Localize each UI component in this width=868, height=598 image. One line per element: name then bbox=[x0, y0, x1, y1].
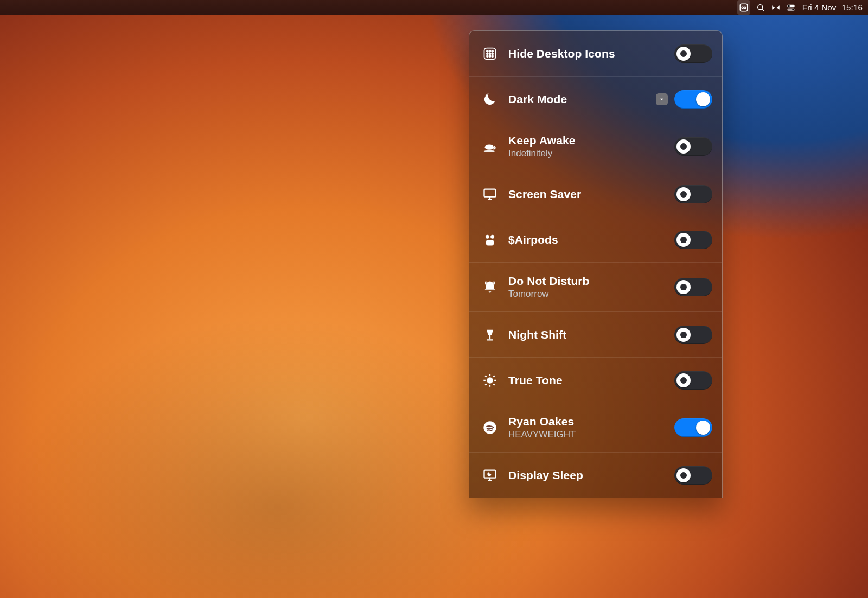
row-title: $Airpods bbox=[508, 233, 670, 246]
toggle-keep-awake[interactable] bbox=[674, 137, 712, 156]
toggle-night-shift[interactable] bbox=[674, 326, 712, 344]
svg-point-24 bbox=[490, 234, 494, 238]
row-night-shift[interactable]: Night Shift bbox=[469, 312, 722, 358]
dark-mode-options-chevron[interactable] bbox=[656, 93, 668, 105]
svg-point-17 bbox=[492, 55, 493, 57]
svg-point-21 bbox=[483, 150, 495, 152]
display-sleep-icon bbox=[476, 468, 504, 483]
svg-point-10 bbox=[489, 50, 490, 52]
grid-icon bbox=[476, 46, 504, 61]
row-screen-saver[interactable]: Screen Saver bbox=[469, 171, 722, 217]
row-dark-mode[interactable]: Dark Mode bbox=[469, 77, 722, 122]
desktop-wallpaper bbox=[0, 0, 868, 598]
toggle-now-playing[interactable] bbox=[674, 418, 712, 437]
svg-point-12 bbox=[487, 53, 488, 54]
row-title: True Tone bbox=[508, 374, 670, 387]
row-airpods[interactable]: $Airpods bbox=[469, 217, 722, 263]
row-title: Do Not Disturb bbox=[508, 275, 670, 288]
airpods-icon bbox=[476, 232, 504, 247]
settings-panel: Hide Desktop Icons Dark Mode bbox=[469, 30, 723, 498]
coffee-icon bbox=[476, 139, 504, 154]
svg-point-2 bbox=[744, 7, 745, 8]
row-title: Dark Mode bbox=[508, 93, 652, 106]
menubar: Fri 4 Nov 15:16 bbox=[0, 0, 868, 15]
svg-rect-26 bbox=[489, 335, 490, 339]
one-switch-panel: Hide Desktop Icons Dark Mode bbox=[469, 30, 723, 498]
toggle-hide-desktop-icons[interactable] bbox=[674, 44, 712, 63]
bowtie-icon[interactable] bbox=[771, 0, 781, 15]
svg-point-18 bbox=[486, 94, 487, 96]
now-playing-subtitle: HEAVYWEIGHT bbox=[508, 429, 670, 440]
svg-point-9 bbox=[487, 50, 488, 52]
row-hide-desktop-icons[interactable]: Hide Desktop Icons bbox=[469, 31, 722, 77]
menubar-date: Fri 4 Nov bbox=[802, 3, 837, 12]
svg-point-28 bbox=[487, 378, 492, 383]
toggle-display-sleep[interactable] bbox=[674, 466, 712, 485]
svg-point-13 bbox=[489, 53, 490, 54]
menubar-status-area: Fri 4 Nov 15:16 bbox=[737, 0, 863, 15]
svg-point-3 bbox=[758, 4, 763, 9]
moon-icon bbox=[476, 92, 504, 107]
svg-point-1 bbox=[742, 7, 743, 8]
row-subtitle: Indefinitely bbox=[508, 148, 670, 159]
toggle-true-tone[interactable] bbox=[674, 371, 712, 390]
now-playing-title: Ryan Oakes bbox=[508, 415, 670, 428]
menubar-clock[interactable]: Fri 4 Nov 15:16 bbox=[802, 3, 863, 12]
row-title: Keep Awake bbox=[508, 134, 670, 147]
row-display-sleep[interactable]: Display Sleep bbox=[469, 453, 722, 498]
svg-rect-25 bbox=[486, 240, 494, 246]
sun-icon bbox=[476, 373, 504, 388]
row-now-playing[interactable]: Ryan Oakes HEAVYWEIGHT bbox=[469, 403, 722, 453]
control-center-icon[interactable] bbox=[786, 0, 796, 15]
row-do-not-disturb[interactable]: Do Not Disturb Tomorrow bbox=[469, 263, 722, 312]
row-title: Screen Saver bbox=[508, 188, 670, 201]
toggle-screen-saver[interactable] bbox=[674, 185, 712, 203]
svg-point-14 bbox=[492, 53, 493, 54]
svg-point-23 bbox=[486, 234, 489, 238]
bell-icon bbox=[476, 279, 504, 295]
lamp-icon bbox=[476, 327, 504, 342]
row-subtitle: Tomorrow bbox=[508, 289, 670, 300]
svg-point-15 bbox=[487, 55, 488, 57]
row-keep-awake[interactable]: Keep Awake Indefinitely bbox=[469, 122, 722, 171]
toggle-airpods[interactable] bbox=[674, 231, 712, 249]
row-title: Display Sleep bbox=[508, 469, 670, 482]
spotify-icon bbox=[476, 420, 504, 435]
svg-rect-22 bbox=[484, 189, 496, 196]
monitor-icon bbox=[476, 187, 504, 202]
search-icon[interactable] bbox=[756, 0, 765, 15]
svg-point-11 bbox=[492, 50, 493, 52]
svg-point-6 bbox=[788, 5, 790, 7]
menubar-app-icon[interactable] bbox=[737, 0, 750, 15]
svg-point-20 bbox=[485, 145, 494, 150]
toggle-dark-mode[interactable] bbox=[674, 90, 712, 109]
svg-rect-27 bbox=[487, 339, 493, 340]
toggle-do-not-disturb[interactable] bbox=[674, 278, 712, 296]
svg-point-16 bbox=[489, 55, 490, 57]
row-title: Night Shift bbox=[508, 328, 670, 341]
menubar-time: 15:16 bbox=[841, 3, 863, 12]
row-true-tone[interactable]: True Tone bbox=[469, 358, 722, 403]
svg-point-19 bbox=[487, 93, 488, 94]
svg-point-7 bbox=[792, 9, 794, 10]
row-title: Hide Desktop Icons bbox=[508, 47, 670, 60]
